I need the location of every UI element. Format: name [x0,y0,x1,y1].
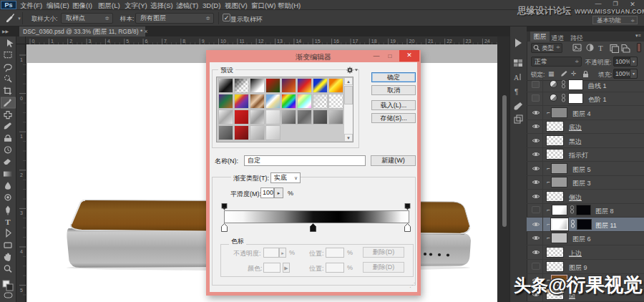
svg-text:1: 1 [51,39,54,44]
svg-text:¶: ¶ [514,88,518,96]
svg-text:3: 3 [89,39,92,44]
svg-text:2: 2 [69,39,72,44]
svg-text:0: 0 [32,39,35,44]
svg-text:3: 3 [20,210,23,215]
svg-text:1: 1 [20,57,23,62]
svg-text:A: A [514,74,519,82]
svg-text:7: 7 [164,39,167,44]
svg-text:5: 5 [20,288,23,293]
svg-text:6: 6 [145,39,148,44]
svg-text:4: 4 [107,39,110,44]
svg-text:T: T [5,218,11,226]
svg-text:5: 5 [126,39,129,44]
svg-text:2: 2 [20,172,23,177]
svg-text:9: 9 [202,39,205,44]
svg-text:4: 4 [20,249,23,254]
svg-text:1: 1 [20,134,23,139]
svg-text:0: 0 [20,96,23,101]
svg-text:T: T [598,44,603,52]
svg-text:8: 8 [182,39,185,44]
